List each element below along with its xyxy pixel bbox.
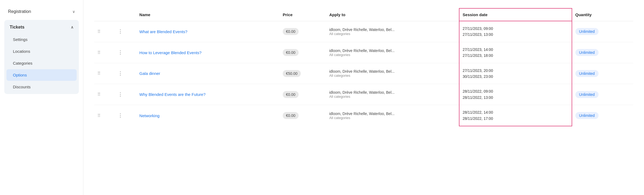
sidebar-item-options[interactable]: Options: [6, 69, 77, 81]
drag-handle-cell[interactable]: ⠿: [94, 21, 115, 42]
tickets-label: Tickets: [10, 25, 24, 30]
apply-location: idloom, Drève Richelle, Waterloo, Bel...: [329, 90, 456, 95]
session-date-1: 27/11/2023, 14:00: [463, 47, 568, 53]
apply-location: idloom, Drève Richelle, Waterloo, Bel...: [329, 27, 456, 32]
session-date-1: 28/11/2022, 09:00: [463, 88, 568, 94]
ticket-price-cell: €0.00: [279, 21, 326, 42]
quantity-badge: Unlimited: [575, 70, 599, 77]
session-date-2: 28/11/2022, 17:00: [463, 116, 568, 121]
settings-label: Settings: [13, 37, 27, 42]
dots-menu-cell[interactable]: ⋮: [115, 21, 136, 42]
drag-handle-icon: ⠿: [97, 29, 101, 34]
price-badge: €50.00: [283, 70, 301, 77]
discounts-label: Discounts: [13, 85, 31, 89]
ticket-name-cell: Gala dinner: [136, 63, 279, 84]
ticket-apply-cell: idloom, Drève Richelle, Waterloo, Bel...…: [326, 63, 459, 84]
ticket-price-cell: €0.00: [279, 42, 326, 63]
price-badge: €0.00: [283, 28, 299, 35]
dots-menu-icon[interactable]: ⋮: [118, 50, 123, 55]
dots-menu-icon[interactable]: ⋮: [118, 92, 123, 97]
drag-handle-cell[interactable]: ⠿: [94, 105, 115, 126]
ticket-name-link[interactable]: Gala dinner: [139, 71, 160, 76]
dots-menu-icon[interactable]: ⋮: [118, 113, 123, 118]
ticket-name-link[interactable]: Networking: [139, 113, 160, 118]
sidebar-tickets-section: Tickets ∧ Settings Locations Categories …: [4, 20, 79, 94]
ticket-apply-cell: idloom, Drève Richelle, Waterloo, Bel...…: [326, 21, 459, 42]
session-date-1: 28/11/2022, 14:00: [463, 109, 568, 115]
ticket-session-date-cell: 27/11/2023, 14:00 27/11/2023, 18:00: [459, 42, 572, 63]
table-row: ⠿ ⋮ How to Leverage Blended Events? €0.0…: [94, 42, 633, 63]
table-row: ⠿ ⋮ Why Blended Events are the Future? €…: [94, 84, 633, 105]
session-date-2: 27/11/2023, 18:00: [463, 53, 568, 58]
dots-menu-cell[interactable]: ⋮: [115, 84, 136, 105]
col-header-dots: [115, 8, 136, 21]
dots-menu-cell[interactable]: ⋮: [115, 63, 136, 84]
drag-handle-cell[interactable]: ⠿: [94, 84, 115, 105]
table-row: ⠿ ⋮ Networking €0.00 idloom, Drève Riche…: [94, 105, 633, 126]
dots-menu-icon[interactable]: ⋮: [118, 71, 123, 76]
session-date-2: 30/11/2023, 23:00: [463, 74, 568, 79]
col-header-drag: [94, 8, 115, 21]
drag-handle-icon: ⠿: [97, 50, 101, 55]
drag-handle-icon: ⠿: [97, 113, 101, 118]
quantity-badge: Unlimited: [575, 49, 599, 56]
ticket-price-cell: €0.00: [279, 84, 326, 105]
col-header-session-date: Session date: [459, 8, 572, 21]
ticket-name-cell: How to Leverage Blended Events?: [136, 42, 279, 63]
ticket-session-date-cell: 27/11/2023, 09:00 27/11/2023, 13:00: [459, 21, 572, 42]
main-content: Name Price Apply to Session date Quantit…: [83, 0, 644, 195]
ticket-name-link[interactable]: How to Leverage Blended Events?: [139, 50, 201, 55]
apply-category: All categories: [329, 32, 456, 36]
ticket-price-cell: €0.00: [279, 105, 326, 126]
sidebar-item-discounts[interactable]: Discounts: [6, 81, 77, 93]
session-date-1: 27/11/2023, 09:00: [463, 26, 568, 32]
session-date-1: 27/11/2023, 20:00: [463, 68, 568, 74]
ticket-session-date-cell: 28/11/2022, 14:00 28/11/2022, 17:00: [459, 105, 572, 126]
registration-label: Registration: [8, 9, 31, 14]
apply-location: idloom, Drève Richelle, Waterloo, Bel...: [329, 112, 456, 116]
ticket-session-date-cell: 27/11/2023, 20:00 30/11/2023, 23:00: [459, 63, 572, 84]
sidebar-item-locations[interactable]: Locations: [6, 46, 77, 57]
col-header-price: Price: [279, 8, 326, 21]
sidebar-registration[interactable]: Registration ∨: [0, 5, 83, 18]
apply-category: All categories: [329, 74, 456, 78]
dots-menu-cell[interactable]: ⋮: [115, 42, 136, 63]
drag-handle-cell[interactable]: ⠿: [94, 42, 115, 63]
apply-location: idloom, Drève Richelle, Waterloo, Bel...: [329, 48, 456, 53]
sidebar-tickets-header[interactable]: Tickets ∧: [4, 21, 79, 33]
locations-label: Locations: [13, 49, 30, 54]
apply-category: All categories: [329, 53, 456, 57]
drag-handle-icon: ⠿: [97, 92, 101, 97]
price-badge: €0.00: [283, 112, 299, 119]
ticket-quantity-cell: Unlimited: [572, 84, 633, 105]
ticket-quantity-cell: Unlimited: [572, 105, 633, 126]
sidebar-item-categories[interactable]: Categories: [6, 57, 77, 69]
ticket-quantity-cell: Unlimited: [572, 21, 633, 42]
dots-menu-icon[interactable]: ⋮: [118, 29, 123, 34]
ticket-name-link[interactable]: What are Blended Events?: [139, 29, 187, 34]
apply-location: idloom, Drève Richelle, Waterloo, Bel...: [329, 69, 456, 74]
categories-label: Categories: [13, 61, 33, 65]
apply-category: All categories: [329, 95, 456, 99]
col-header-apply: Apply to: [326, 8, 459, 21]
table-row: ⠿ ⋮ Gala dinner €50.00 idloom, Drève Ric…: [94, 63, 633, 84]
sidebar: Registration ∨ Tickets ∧ Settings Locati…: [0, 0, 83, 195]
drag-handle-cell[interactable]: ⠿: [94, 63, 115, 84]
col-header-quantity: Quantity: [572, 8, 633, 21]
ticket-quantity-cell: Unlimited: [572, 42, 633, 63]
drag-handle-icon: ⠿: [97, 71, 101, 76]
ticket-name-cell: What are Blended Events?: [136, 21, 279, 42]
ticket-name-link[interactable]: Why Blended Events are the Future?: [139, 92, 206, 97]
quantity-badge: Unlimited: [575, 28, 599, 35]
tickets-table: Name Price Apply to Session date Quantit…: [94, 8, 633, 126]
ticket-apply-cell: idloom, Drève Richelle, Waterloo, Bel...…: [326, 105, 459, 126]
sidebar-item-settings[interactable]: Settings: [6, 34, 77, 45]
session-date-2: 28/11/2022, 13:00: [463, 95, 568, 100]
quantity-badge: Unlimited: [575, 112, 599, 119]
session-date-2: 27/11/2023, 13:00: [463, 32, 568, 37]
ticket-name-cell: Why Blended Events are the Future?: [136, 84, 279, 105]
ticket-name-cell: Networking: [136, 105, 279, 126]
price-badge: €0.00: [283, 49, 299, 56]
apply-category: All categories: [329, 116, 456, 120]
dots-menu-cell[interactable]: ⋮: [115, 105, 136, 126]
